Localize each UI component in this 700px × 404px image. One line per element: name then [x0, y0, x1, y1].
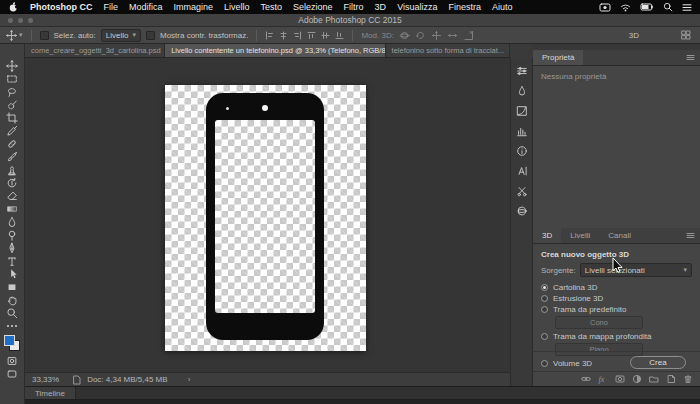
source-dropdown[interactable]: Livelli selezionati ▾ [580, 263, 692, 277]
adjustments-icon[interactable] [510, 65, 533, 77]
blur-tool[interactable] [0, 215, 25, 228]
radio-icon[interactable] [541, 295, 548, 302]
auto-select-dropdown[interactable]: Livello ▾ [101, 29, 141, 42]
color-icon[interactable] [510, 85, 533, 97]
3d-roll-icon[interactable] [415, 30, 426, 41]
menu-aiuto[interactable]: Aiuto [492, 2, 513, 12]
character-icon[interactable] [510, 165, 533, 177]
brush-tool[interactable] [0, 150, 25, 163]
close-window-button[interactable] [8, 18, 13, 23]
scissors-icon[interactable] [510, 185, 533, 197]
create-button[interactable]: Crea [630, 356, 686, 369]
spot-healing-tool[interactable] [0, 137, 25, 150]
battery-icon[interactable] [640, 3, 654, 11]
wifi-icon[interactable] [620, 3, 631, 12]
history-brush-tool[interactable] [0, 176, 25, 189]
radio-icon[interactable] [541, 360, 548, 367]
material-icon[interactable] [510, 205, 533, 217]
align-left-icon[interactable] [265, 31, 274, 40]
minimize-window-button[interactable] [18, 18, 23, 23]
artboard[interactable] [165, 85, 366, 351]
quick-selection-tool[interactable] [0, 98, 25, 111]
document-tab-3[interactable]: telefonino sotto forma di tracciat... × [386, 44, 510, 57]
eraser-tool[interactable] [0, 189, 25, 202]
auto-select-checkbox[interactable] [40, 31, 49, 40]
type-tool[interactable] [0, 254, 25, 267]
option-trama-predefinito[interactable]: Trama da predefinito [541, 304, 692, 315]
pen-tool[interactable] [0, 241, 25, 254]
document-tab-2-active[interactable]: Livello contentente un telefonino.psd @ … [165, 44, 385, 57]
zoom-window-button[interactable] [28, 18, 33, 23]
curves-icon[interactable] [510, 105, 533, 117]
3d-scale-icon[interactable] [463, 30, 474, 41]
align-center-icon[interactable] [279, 31, 288, 40]
current-tool-icon[interactable]: ▾ [6, 30, 23, 41]
radio-selected-icon[interactable] [541, 284, 548, 291]
group-icon[interactable] [649, 374, 659, 384]
lasso-tool[interactable] [0, 85, 25, 98]
workspace-grid-icon[interactable] [681, 30, 691, 40]
link-icon[interactable] [581, 374, 591, 384]
option-estrusione-3d[interactable]: Estrusione 3D [541, 293, 692, 304]
move-tool[interactable] [0, 59, 25, 72]
path-selection-tool[interactable] [0, 267, 25, 280]
preset-dropdown-disabled[interactable]: Cono [555, 316, 643, 329]
align-bottom-icon[interactable] [335, 31, 344, 40]
show-transform-checkbox[interactable] [146, 31, 155, 40]
apple-menu-icon[interactable] [8, 1, 19, 13]
mask-icon[interactable] [615, 374, 625, 384]
tab-close-icon[interactable]: × [508, 46, 510, 55]
option-trama-mappa-profondita[interactable]: Trama da mappa profondità [541, 331, 692, 342]
search-icon[interactable] [663, 2, 673, 12]
align-right-icon[interactable] [293, 31, 302, 40]
menu-livello[interactable]: Livello [224, 2, 250, 12]
radio-icon[interactable] [541, 333, 548, 340]
eyedropper-tool[interactable] [0, 124, 25, 137]
menu-list-icon[interactable] [682, 3, 692, 12]
align-middle-icon[interactable] [321, 31, 330, 40]
foreground-color-swatch[interactable] [4, 335, 15, 346]
3d-orbit-icon[interactable] [399, 30, 410, 41]
color-swatches[interactable] [4, 335, 20, 351]
document-tab-1[interactable]: come_creare_oggetti_3d_cartolina.psd × [25, 44, 165, 57]
align-top-icon[interactable] [307, 31, 316, 40]
rectangular-marquee-tool[interactable] [0, 72, 25, 85]
crop-tool[interactable] [0, 111, 25, 124]
panel-menu-icon[interactable] [686, 232, 695, 239]
tab-proprieta[interactable]: Proprietà [533, 50, 583, 65]
menu-visualizza[interactable]: Visualizza [397, 2, 437, 12]
zoom-level-field[interactable]: 33,33% [32, 375, 59, 384]
menu-app-name[interactable]: Photoshop CC [30, 2, 93, 12]
timeline-tab[interactable]: Timeline [25, 387, 76, 399]
tab-livelli[interactable]: Livelli [561, 228, 599, 243]
screen-mode-button[interactable] [0, 367, 25, 380]
document-canvas[interactable] [25, 58, 510, 372]
menu-testo[interactable]: Testo [261, 2, 283, 12]
histogram-icon[interactable] [510, 125, 533, 137]
effects-icon[interactable]: fx [598, 374, 608, 384]
clone-stamp-tool[interactable] [0, 163, 25, 176]
adjustment-icon[interactable] [632, 374, 642, 384]
menu-file[interactable]: File [104, 2, 119, 12]
new-layer-icon[interactable] [666, 374, 676, 384]
shape-tool[interactable] [0, 280, 25, 293]
status-menu-chevron-icon[interactable]: › [188, 375, 191, 384]
info-icon[interactable] [510, 145, 533, 157]
hand-tool[interactable] [0, 293, 25, 306]
quick-mask-button[interactable] [0, 354, 25, 367]
depth-map-dropdown-disabled[interactable]: Piano [555, 343, 643, 356]
trash-icon[interactable] [683, 374, 693, 384]
panel-menu-icon[interactable] [686, 54, 695, 61]
zoom-tool[interactable] [0, 306, 25, 319]
3d-pan-icon[interactable] [431, 30, 442, 41]
workspace-switcher[interactable]: 3D [629, 31, 639, 40]
menu-finestra[interactable]: Finestra [448, 2, 481, 12]
option-cartolina-3d[interactable]: Cartolina 3D [541, 282, 692, 293]
display-icon[interactable] [599, 3, 611, 12]
tab-3d[interactable]: 3D [533, 228, 561, 243]
menu-3d[interactable]: 3D [375, 2, 387, 12]
menu-modifica[interactable]: Modifica [129, 2, 163, 12]
menu-immagine[interactable]: Immagine [174, 2, 214, 12]
3d-slide-icon[interactable] [447, 30, 458, 41]
menu-selezione[interactable]: Selezione [293, 2, 333, 12]
